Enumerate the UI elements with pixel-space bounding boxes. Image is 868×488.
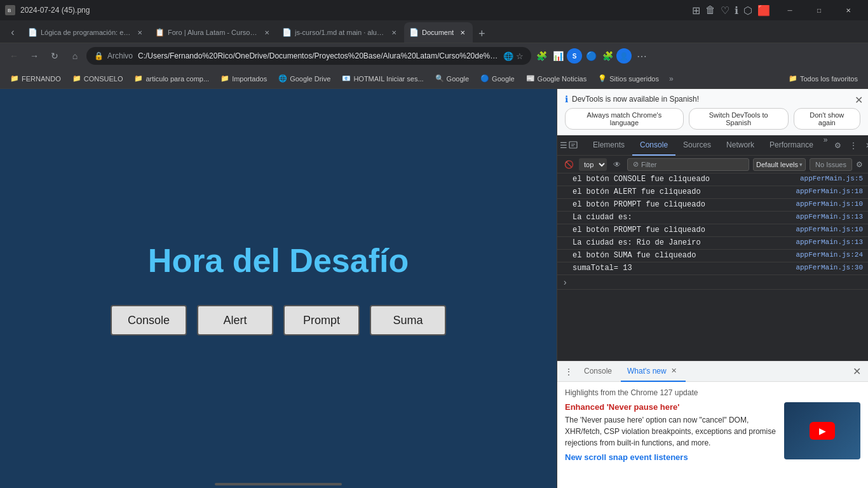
ext-icon-2[interactable]: 📊	[550, 48, 566, 64]
address-box[interactable]: 🔒 Archivo C:/Users/Fernando%20Rico/OneDr…	[86, 47, 531, 65]
devtools-close-icon[interactable]: ✕	[862, 139, 869, 152]
context-selector[interactable]: top	[579, 158, 607, 171]
tab-3[interactable]: 📄 js-curso/1.md at main · alura-e... ✕	[277, 22, 404, 43]
tab-4-favicon: 📄	[409, 28, 418, 37]
expand-arrow[interactable]: ›	[562, 276, 573, 288]
back-button[interactable]: ←	[5, 47, 23, 65]
always-match-button[interactable]: Always match Chrome's language	[565, 108, 684, 130]
bookmark-icon: 💡	[598, 74, 607, 83]
bookmark-label: HOTMAIL Iniciar ses...	[353, 75, 423, 83]
bookmark-google2[interactable]: 🔵 Google	[475, 71, 519, 86]
log-arrow	[562, 213, 573, 214]
eye-icon[interactable]: 👁	[611, 158, 623, 171]
notify-close-button[interactable]: ✕	[855, 94, 863, 106]
close-button[interactable]: ✕	[834, 0, 863, 20]
bookmark-hotmail[interactable]: 📧 HOTMAIL Iniciar ses...	[337, 71, 428, 86]
ext-icon-3[interactable]: S	[567, 48, 582, 64]
bottom-panel-menu[interactable]: ⋮	[562, 365, 575, 378]
log-link[interactable]: appFerMain.js:18	[796, 187, 863, 195]
ext-icon-5[interactable]: 🧩	[600, 48, 615, 64]
console-clear-btn[interactable]: 🚫	[562, 158, 575, 171]
tab-scroll-left[interactable]: ‹	[3, 22, 23, 43]
new-tab-button[interactable]: +	[473, 25, 491, 43]
log-link[interactable]: appFerMain.js:10	[796, 226, 863, 233]
svg-rect-2	[569, 142, 577, 148]
log-link[interactable]: appFerMain.js:13	[796, 238, 863, 246]
bp-section2-link[interactable]: New scroll snap event listeners	[565, 452, 776, 462]
notify-buttons: Always match Chrome's language Switch De…	[565, 108, 860, 130]
titlebar-action5[interactable]: ⬡	[743, 4, 752, 17]
bottom-tab-whatsnew[interactable]: What's new ✕	[621, 362, 686, 382]
bookmark-articulo[interactable]: 📁 articulo para comp...	[129, 71, 214, 86]
bookmarks-more[interactable]: »	[665, 74, 677, 83]
log-link[interactable]: appFerMain.js:13	[796, 213, 863, 220]
bookmark-fernando[interactable]: 📁 FERNANDO	[5, 71, 66, 86]
more-tabs-button[interactable]: »	[821, 135, 831, 156]
tab-2-close[interactable]: ✕	[262, 27, 272, 37]
console-settings-icon[interactable]: ⚙	[856, 160, 863, 169]
reload-button[interactable]: ↻	[46, 47, 64, 65]
bookmark-gdrive[interactable]: 🌐 Google Drive	[273, 71, 336, 86]
notify-row: ℹ DevTools is now available in Spanish!	[565, 94, 860, 104]
switch-language-button[interactable]: Switch DevTools to Spanish	[689, 108, 789, 130]
bottom-tab-console[interactable]: Console	[578, 362, 618, 382]
bookmarks-bar: 📁 FERNANDO 📁 CONSUELO 📁 articulo para co…	[0, 69, 868, 89]
bookmark-all[interactable]: 📁 Todos los favoritos	[783, 71, 863, 86]
home-button[interactable]: ⌂	[66, 47, 84, 65]
suma-button[interactable]: Suma	[370, 305, 446, 336]
titlebar-action3[interactable]: ♡	[721, 4, 729, 17]
titlebar-action1[interactable]: ⊞	[692, 4, 700, 17]
bp-text-column: Enhanced 'Never pause here' The 'Never p…	[565, 402, 776, 462]
star-icon[interactable]: ☆	[516, 51, 524, 61]
devtools-kebab-icon[interactable]: ⋮	[847, 139, 860, 152]
ext-icon-1[interactable]: 🧩	[534, 48, 549, 64]
ext-icon-4[interactable]: 🔵	[583, 48, 599, 64]
titlebar-action2[interactable]: 🗑	[705, 4, 715, 16]
bottom-tab-whatsnew-close[interactable]: ✕	[669, 366, 679, 376]
log-link[interactable]: appFerMain.js:5	[800, 175, 863, 182]
prompt-button[interactable]: Prompt	[283, 305, 360, 336]
bookmark-label: Google Noticias	[538, 75, 587, 83]
more-button[interactable]: ⋯	[633, 50, 652, 62]
log-link[interactable]: appFerMain.js:24	[796, 251, 863, 259]
tab-4-close[interactable]: ✕	[458, 27, 468, 37]
log-link[interactable]: appFerMain.js:10	[796, 200, 863, 208]
bookmark-google-news[interactable]: 📰 Google Noticias	[521, 71, 592, 86]
bookmark-google1[interactable]: 🔍 Google	[430, 71, 474, 86]
bookmark-label: Importados	[232, 75, 267, 83]
tab-performance[interactable]: Performance	[762, 135, 821, 156]
devtools-settings-icon[interactable]: ⚙	[832, 139, 844, 152]
tab-sources[interactable]: Sources	[675, 135, 719, 156]
tab-elements[interactable]: Elements	[585, 135, 632, 156]
devtools-inspect-icon[interactable]	[569, 138, 578, 153]
log-link[interactable]: appFerMain.js:30	[796, 264, 863, 271]
minimize-button[interactable]: ─	[775, 0, 804, 20]
titlebar-action6[interactable]: 🟥	[757, 4, 770, 17]
tab-2[interactable]: 📋 Foro | Alura Latam - Cursos on... ✕	[150, 22, 277, 43]
dont-show-button[interactable]: Don't show again	[794, 108, 860, 130]
log-entry-5: el botón PROMPT fue cliqueado appFerMain…	[557, 224, 868, 237]
tab-1-close[interactable]: ✕	[135, 27, 145, 37]
bookmark-importados[interactable]: 📁 Importados	[215, 71, 272, 86]
translate-icon[interactable]: 🌐	[503, 51, 513, 61]
tab-console[interactable]: Console	[632, 135, 675, 156]
issues-indicator[interactable]: No Issues	[810, 158, 852, 171]
tab-1[interactable]: 📄 Lógica de programación: explo... ✕	[23, 22, 150, 43]
console-button[interactable]: Console	[111, 305, 187, 336]
bookmark-consuelo[interactable]: 📁 CONSUELO	[67, 71, 128, 86]
profile-icon[interactable]: 👤	[616, 48, 632, 64]
tab-4[interactable]: 📄 Document ✕	[404, 22, 473, 43]
address-icons: 🌐 ☆	[503, 51, 524, 61]
bottom-panel-content: Highlights from the Chrome 127 update En…	[557, 382, 868, 488]
maximize-button[interactable]: □	[804, 0, 834, 20]
forward-button[interactable]: →	[25, 47, 43, 65]
tab-network[interactable]: Network	[719, 135, 762, 156]
devtools-menu-icon[interactable]: ☰	[560, 138, 567, 153]
log-levels-selector[interactable]: Default levels ▾	[753, 158, 806, 171]
bookmark-sitios[interactable]: 💡 Sitios sugeridos	[593, 71, 664, 86]
titlebar-action4[interactable]: ℹ	[735, 4, 738, 17]
bottom-panel-close[interactable]: ✕	[850, 365, 863, 378]
alert-button[interactable]: Alert	[197, 305, 273, 336]
filter-input[interactable]: ⊘ Filter	[627, 158, 749, 171]
tab-3-close[interactable]: ✕	[389, 27, 399, 37]
